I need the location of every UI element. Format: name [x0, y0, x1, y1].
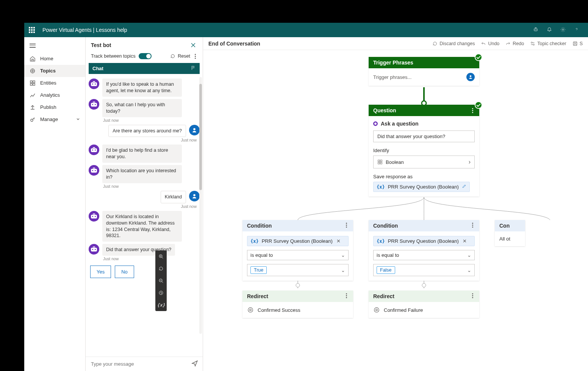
svg-point-27 — [250, 309, 252, 311]
operator-select[interactable]: is equal to⌄ — [247, 250, 349, 260]
message-input[interactable] — [90, 361, 191, 367]
more-icon[interactable] — [471, 108, 475, 113]
user-message: Kirkland — [161, 191, 186, 203]
zoom-reset-icon[interactable] — [158, 266, 164, 272]
bot-avatar-icon — [89, 99, 99, 110]
more-icon[interactable] — [344, 293, 349, 299]
user-icon — [466, 73, 475, 81]
svg-point-5 — [31, 69, 35, 73]
nav-topics[interactable]: Topics — [24, 65, 85, 77]
svg-point-22 — [470, 75, 472, 77]
svg-point-11 — [193, 128, 195, 130]
value-select[interactable]: True⌄ — [247, 264, 349, 276]
check-icon — [475, 53, 482, 61]
nav-manage[interactable]: Manage — [24, 113, 85, 126]
variables-icon[interactable]: {x} — [158, 302, 164, 308]
reset-button[interactable]: Reset — [170, 53, 190, 59]
operator-select[interactable]: is equal to⌄ — [373, 250, 475, 260]
svg-point-28 — [248, 308, 253, 312]
app-launcher-icon[interactable] — [29, 27, 36, 33]
choice-yes-button[interactable]: Yes — [90, 266, 111, 278]
nav-label: Topics — [40, 68, 56, 74]
bot-message: So, what can I help you with today? — [102, 99, 182, 117]
choice-no-button[interactable]: No — [115, 266, 134, 278]
svg-rect-0 — [534, 28, 538, 31]
bot-avatar-icon — [89, 165, 99, 176]
question-prompt-field[interactable]: Did that answer your question? — [373, 130, 475, 142]
more-icon[interactable] — [344, 223, 349, 229]
timestamp: Just now — [103, 184, 200, 189]
nav-publish[interactable]: Publish — [24, 101, 85, 113]
redo-button[interactable]: Redo — [505, 41, 524, 46]
clear-icon[interactable]: ✕ — [336, 238, 341, 244]
clear-icon[interactable]: ✕ — [462, 238, 468, 244]
zoom-out-icon[interactable] — [158, 278, 164, 284]
zoom-in-icon[interactable] — [158, 253, 164, 259]
more-icon[interactable] — [193, 54, 197, 59]
user-avatar-icon — [189, 191, 200, 201]
flag-icon[interactable] — [191, 65, 196, 72]
svg-point-21 — [422, 283, 426, 287]
value-select[interactable]: False⌄ — [373, 264, 475, 276]
help-icon[interactable] — [570, 27, 583, 33]
nav-entities[interactable]: Entities — [24, 77, 85, 89]
close-icon[interactable] — [189, 41, 197, 49]
bot-avatar-icon — [89, 79, 99, 89]
svg-point-4 — [32, 70, 33, 72]
bot-icon[interactable] — [529, 27, 543, 33]
svg-rect-7 — [33, 81, 35, 83]
topic-icon — [247, 307, 254, 313]
nav-label: Manage — [40, 116, 58, 122]
condition-node-false[interactable]: Condition {x} PRR Survey Question (Boole… — [369, 220, 479, 281]
timestamp: Just now — [103, 118, 200, 123]
variable-chip[interactable]: {x} PRR Survey Question (Boolean) — [373, 182, 470, 192]
topic-checker-button[interactable]: Topic checker — [530, 41, 566, 46]
chevron-down-icon: ⌄ — [467, 252, 471, 258]
svg-rect-25 — [378, 162, 380, 164]
nav-home[interactable]: Home — [24, 53, 85, 65]
timestamp: Just now — [89, 204, 197, 209]
question-dot-icon — [373, 121, 378, 126]
minimap-icon[interactable] — [158, 290, 164, 296]
condition-text: All ot — [499, 236, 521, 242]
condition-node-other[interactable]: Con All ot — [495, 220, 525, 246]
send-icon[interactable] — [191, 360, 198, 368]
question-node[interactable]: Question Ask a question Did that answer … — [369, 105, 479, 197]
authoring-canvas[interactable]: End of Conversation Discard changes Undo… — [203, 37, 588, 371]
chat-transcript[interactable]: If you'd like to speak to a human agent,… — [86, 74, 203, 357]
test-bot-panel: Test bot Track between topics Reset Ch — [86, 37, 203, 371]
collapse-nav-button[interactable] — [24, 40, 85, 53]
save-button[interactable]: S — [572, 41, 583, 46]
discard-button[interactable]: Discard changes — [432, 41, 475, 46]
timestamp: Just now — [103, 256, 200, 261]
nav-label: Home — [40, 56, 53, 61]
variable-chip[interactable]: {x} PRR Survey Question (Boolean) ✕ — [247, 236, 349, 246]
undo-button[interactable]: Undo — [481, 41, 499, 46]
bot-avatar-icon — [89, 244, 99, 255]
nav-label: Entities — [40, 80, 56, 86]
chevron-down-icon: ⌄ — [467, 267, 471, 273]
chevron-right-icon: › — [469, 159, 471, 165]
scrollbar[interactable] — [199, 77, 202, 334]
edit-icon[interactable] — [462, 184, 466, 190]
redirect-node-success[interactable]: Redirect Confirmed Success — [242, 291, 353, 318]
redirect-node-failure[interactable]: Redirect Confirmed Failure — [369, 291, 479, 318]
svg-rect-9 — [33, 83, 35, 85]
bell-icon[interactable] — [543, 27, 556, 33]
side-nav: Home Topics Entities Analytics — [24, 37, 86, 371]
more-icon[interactable] — [471, 293, 475, 299]
user-message: Are there any stores around me? — [108, 125, 186, 137]
user-avatar-icon — [189, 125, 200, 135]
more-icon[interactable] — [471, 223, 475, 229]
app-title: Power Virtual Agents | Lessons help — [42, 27, 529, 33]
variable-chip[interactable]: {x} PRR Survey Question (Boolean) ✕ — [373, 236, 475, 246]
track-topics-toggle[interactable] — [139, 53, 152, 59]
svg-point-1 — [535, 29, 535, 30]
nav-label: Analytics — [40, 92, 60, 98]
nav-analytics[interactable]: Analytics — [24, 89, 85, 101]
trigger-phrases-node[interactable]: Trigger Phrases Trigger phrases... — [369, 57, 479, 86]
svg-point-29 — [376, 309, 378, 311]
identify-select[interactable]: Boolean › — [373, 156, 475, 168]
condition-node-true[interactable]: Condition {x} PRR Survey Question (Boole… — [242, 220, 353, 281]
gear-icon[interactable] — [556, 27, 570, 33]
